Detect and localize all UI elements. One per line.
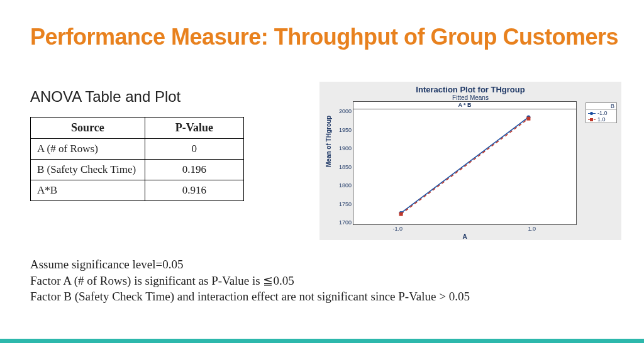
accent-bar [0,339,644,343]
notes-block: Assume significance level=0.05 Factor A … [30,256,596,305]
legend-title: B [586,103,616,110]
y-axis-label: Mean of THgroup [325,116,332,167]
table-row: A (# of Rows) 0 [31,139,244,160]
anova-table: Source P-Value A (# of Rows) 0 B (Safety… [30,117,244,201]
legend-swatch-icon [588,113,596,114]
col-pvalue: P-Value [145,118,243,139]
cell-source: B (Safety Check Time) [31,160,145,180]
svg-line-0 [401,117,529,213]
y-tick-label: 1800 [333,182,352,189]
legend-label: 1.0 [597,116,606,123]
x-tick-label: -1.0 [392,226,402,232]
plot-area [353,109,577,225]
svg-rect-4 [399,212,403,216]
panel-label: A * B [353,101,577,109]
note-line: Factor A (# of Rows) is significant as P… [30,273,596,289]
y-tick-label: 1850 [333,164,352,170]
cell-source: A (# of Rows) [31,139,145,160]
plot-svg [353,109,576,224]
chart-title: Interaction Plot for THgroup [320,85,621,94]
y-tick-label: 1900 [333,145,352,151]
note-line: Assume significance level=0.05 [30,256,596,273]
svg-line-3 [401,119,529,214]
x-tick-label: 1.0 [528,226,536,232]
slide: Performance Measure: Throughput of Group… [0,0,644,362]
table-row: A*B 0.916 [31,180,244,201]
x-axis-label: A [353,233,577,240]
svg-rect-5 [526,117,530,121]
table-header-row: Source P-Value [31,118,244,139]
cell-pvalue: 0 [145,139,243,160]
legend-item: -1.0 [586,110,616,116]
cell-pvalue: 0.196 [145,160,243,180]
table-row: B (Safety Check Time) 0.196 [31,160,244,180]
legend: B -1.0 1.0 [586,102,617,123]
cell-pvalue: 0.916 [145,180,243,201]
cell-source: A*B [31,180,145,201]
chart-subtitle: Fitted Means [320,94,621,101]
note-line: Factor B (Safety Check Time) and interac… [30,288,596,305]
slide-title: Performance Measure: Throughput of Group… [30,24,618,50]
interaction-plot: Interaction Plot for THgroup Fitted Mean… [319,82,621,240]
y-tick-label: 1950 [333,127,352,133]
col-source: Source [31,118,145,139]
y-tick-label: 1700 [333,219,352,226]
legend-item: 1.0 [586,116,616,123]
legend-swatch-icon [588,119,596,120]
y-tick-label: 2000 [333,108,352,114]
legend-label: -1.0 [597,110,608,116]
subhead-anova: ANOVA Table and Plot [30,88,180,106]
y-tick-label: 1750 [333,201,352,207]
